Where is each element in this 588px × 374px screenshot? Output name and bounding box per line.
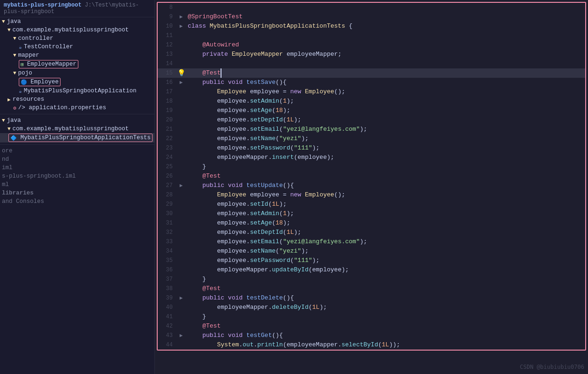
code-line-34: 34 employee.setName("yezi");	[158, 247, 585, 256]
package-icon: ▼	[8, 27, 11, 33]
code-line-11: 11	[158, 31, 585, 40]
tree-item-controller[interactable]: ▼ controller	[0, 34, 154, 43]
tree-label: pojo	[18, 70, 32, 76]
sidebar-divider2	[0, 144, 154, 145]
tree-item-testcontroller[interactable]: ☕ TestController	[0, 43, 154, 51]
code-line-25: 25 }	[158, 162, 585, 172]
folder-icon: ▼	[13, 36, 16, 41]
tree-item-tests[interactable]: 🔷 MybatisPlusSpringbootApplicationTests	[0, 133, 154, 142]
code-line-44: 44 System.out.println(employeeMapper.sel…	[158, 340, 585, 350]
tree-item-java-test[interactable]: ▼ java	[0, 116, 154, 125]
sidebar-tree: ▼ java ▼ com.example.mybatisplusspringbo…	[0, 17, 154, 374]
tree-item-ml[interactable]: ml	[0, 180, 154, 189]
tree-item-springboot-iml[interactable]: s-plus-springboot.iml	[0, 172, 154, 180]
tree-label: nd	[2, 156, 9, 163]
tree-item-com-pkg-test[interactable]: ▼ com.example.mybatisplusspringboot	[0, 125, 154, 133]
tree-item-ore[interactable]: ore	[0, 147, 154, 155]
code-line-12: 12 @Autowired	[158, 40, 585, 50]
tree-label: and Consoles	[2, 198, 44, 205]
editor-area: 8 9 ▶ @SpringBootTest 10 ▶ class Mybatis…	[155, 0, 588, 374]
folder-icon: ▼	[13, 52, 16, 58]
code-line-16: 16 ▶ public void testSave(){	[158, 78, 585, 87]
tree-label: MybatisPlusSpringbootApplication	[24, 88, 137, 94]
code-line-32: 32 employee.setDeptId(1L);	[158, 228, 585, 237]
code-line-18: 18 employee.setAdmin(1);	[158, 97, 585, 106]
code-line-30: 30 employee.setAdmin(1);	[158, 209, 585, 218]
code-line-19: 19 employee.setAge(18);	[158, 106, 585, 115]
code-line-15: 15 💡 @Test	[158, 68, 585, 78]
watermark: CSDN @biubiubiu0706	[520, 364, 584, 370]
tree-item-mapper[interactable]: ▼ mapper	[0, 51, 154, 60]
sidebar-divider	[0, 114, 154, 114]
tree-label: TestController	[24, 44, 73, 50]
tree-label: controller	[18, 35, 53, 42]
tree-label: com.example.mybatisplusspringboot	[13, 126, 129, 132]
code-line-39: 39 ▶ public void testDelete(){	[158, 293, 585, 303]
folder-icon: ▼	[2, 118, 5, 123]
entity-icon: 🔵	[21, 79, 27, 85]
tree-item-appprops[interactable]: ⚙ /> application.properties	[0, 104, 154, 112]
code-line-33: 33 employee.setEmail("yezi@langfeiyes.co…	[158, 237, 585, 247]
tree-label: Employee	[31, 79, 59, 85]
tree-label: /> application.properties	[18, 105, 107, 111]
project-title: mybatis-plus-springboot	[4, 2, 82, 8]
package-icon: ▼	[8, 126, 11, 132]
java-icon: ☕	[19, 88, 22, 94]
code-line-29: 29 employee.setId(1L);	[158, 200, 585, 209]
java-file-icon: ☕	[19, 44, 22, 50]
code-line-21: 21 employee.setEmail("yezi@langfeiyes.co…	[158, 125, 585, 134]
code-line-27: 27 ▶ public void testUpdate(){	[158, 181, 585, 190]
tree-item-libraries[interactable]: libraries	[0, 189, 154, 197]
code-line-9: 9 ▶ @SpringBootTest	[158, 12, 585, 22]
code-line-38: 38 @Test	[158, 284, 585, 293]
tree-item-pojo[interactable]: ▼ pojo	[0, 69, 154, 77]
code-line-17: 17 Employee employee = new Employee();	[158, 87, 585, 97]
code-line-28: 28 Employee employee = new Employee();	[158, 190, 585, 200]
code-content: 8 9 ▶ @SpringBootTest 10 ▶ class Mybatis…	[157, 2, 586, 351]
code-line-20: 20 employee.setDeptId(1L);	[158, 115, 585, 125]
folder-icon: ▼	[2, 19, 5, 24]
tree-item-java[interactable]: ▼ java	[0, 17, 154, 26]
code-line-26: 26 @Test	[158, 172, 585, 181]
tree-item-com-pkg[interactable]: ▼ com.example.mybatisplusspringboot	[0, 26, 154, 34]
properties-icon: ⚙	[13, 105, 16, 111]
tree-label: EmployeeMapper	[27, 61, 76, 67]
code-line-31: 31 employee.setAge(18);	[158, 218, 585, 228]
folder-icon: ▼	[13, 70, 16, 76]
code-line-14: 14	[158, 59, 585, 68]
tree-item-resources[interactable]: ▶ resources	[0, 95, 154, 104]
code-line-23: 23 employee.setPassword("111");	[158, 143, 585, 153]
folder-icon: ▶	[8, 97, 11, 103]
code-line-8: 8	[158, 3, 585, 12]
code-line-37: 37 }	[158, 275, 585, 284]
code-line-22: 22 employee.setName("yezi");	[158, 134, 585, 143]
code-line-41: 41 }	[158, 312, 585, 322]
tree-item-and-consoles[interactable]: and Consoles	[0, 197, 154, 206]
test-icon: 🔷	[10, 135, 17, 141]
code-line-24: 24 employeeMapper.insert(employee);	[158, 153, 585, 162]
tree-label: MybatisPlusSpringbootApplicationTests	[20, 135, 151, 141]
tree-label: java	[7, 18, 21, 25]
tree-item-nd[interactable]: nd	[0, 155, 154, 164]
tree-label: ore	[2, 148, 13, 154]
tree-label: libraries	[2, 190, 34, 196]
mapper-icon: ⊞	[21, 61, 24, 67]
code-line-35: 35 employee.setPassword("111");	[158, 256, 585, 265]
tree-label: ml	[2, 181, 9, 188]
code-editor[interactable]: 8 9 ▶ @SpringBootTest 10 ▶ class Mybatis…	[155, 0, 588, 374]
tree-item-main-app[interactable]: ☕ MybatisPlusSpringbootApplication	[0, 87, 154, 95]
tree-label: mapper	[18, 52, 39, 59]
tree-label: com.example.mybatisplusspringboot	[13, 27, 129, 33]
code-line-43: 43 ▶ public void testGet(){	[158, 331, 585, 340]
tree-item-iml[interactable]: iml	[0, 164, 154, 172]
tree-label: iml	[2, 165, 13, 171]
code-line-13: 13 private EmployeeMapper employeeMapper…	[158, 50, 585, 59]
sidebar-header: mybatis-plus-springboot J:\Test\mybatis-…	[0, 0, 154, 17]
tree-item-employeemapper[interactable]: ⊞ EmployeeMapper	[0, 60, 154, 69]
code-line-36: 36 employeeMapper.updateById(employee);	[158, 265, 585, 275]
bulb-icon: 💡	[177, 68, 185, 78]
tree-label: resources	[13, 96, 45, 103]
tree-label: s-plus-springboot.iml	[2, 173, 76, 180]
tree-item-employee[interactable]: 🔵 Employee	[0, 77, 154, 87]
sidebar: mybatis-plus-springboot J:\Test\mybatis-…	[0, 0, 155, 374]
